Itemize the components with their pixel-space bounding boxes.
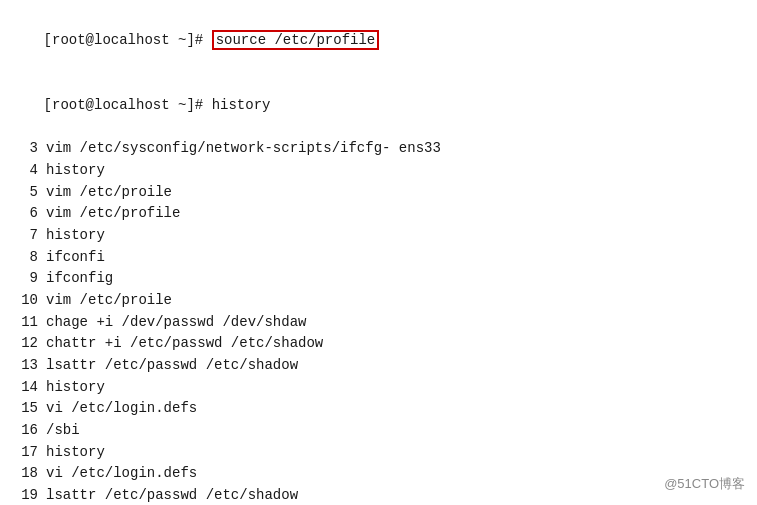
line-number: 7 xyxy=(10,225,38,247)
highlighted-command: source /etc/profile xyxy=(212,30,380,50)
line-number: 11 xyxy=(10,312,38,334)
line-number: 10 xyxy=(10,290,38,312)
command-text: vi /etc/login.defs xyxy=(46,398,197,420)
line-number: 5 xyxy=(10,182,38,204)
watermark: @51CTO博客 xyxy=(664,475,745,493)
history-entry: 7history xyxy=(10,225,747,247)
command-text: vim /etc/proile xyxy=(46,182,172,204)
line-number: 17 xyxy=(10,442,38,464)
command-text: history xyxy=(46,160,105,182)
history-entry: 15vi /etc/login.defs xyxy=(10,398,747,420)
command-text: vim /etc/proile xyxy=(46,290,172,312)
command-text: lsattr /etc/passwd /etc/shadow xyxy=(46,355,298,377)
line-number: 18 xyxy=(10,463,38,485)
line-number: 13 xyxy=(10,355,38,377)
line-number: 3 xyxy=(10,138,38,160)
history-entry: 5vim /etc/proile xyxy=(10,182,747,204)
terminal: [root@localhost ~]# source /etc/profile … xyxy=(0,0,757,505)
history-entry: 16/sbi xyxy=(10,420,747,442)
history-entry: 19lsattr /etc/passwd /etc/shadow xyxy=(10,485,747,505)
prompt2: [root@localhost ~]# history xyxy=(44,97,271,113)
history-entry: 8ifconfi xyxy=(10,247,747,269)
line-number: 9 xyxy=(10,268,38,290)
command-text: history xyxy=(46,225,105,247)
history-entry: 6vim /etc/profile xyxy=(10,203,747,225)
line-number: 14 xyxy=(10,377,38,399)
prompt1: [root@localhost ~]# xyxy=(44,32,212,48)
command-text: ifconfig xyxy=(46,268,113,290)
history-entry: 14history xyxy=(10,377,747,399)
command-text: vi /etc/login.defs xyxy=(46,463,197,485)
history-entry: 13lsattr /etc/passwd /etc/shadow xyxy=(10,355,747,377)
line-number: 15 xyxy=(10,398,38,420)
command-text: history xyxy=(46,442,105,464)
command-text: chattr +i /etc/passwd /etc/shadow xyxy=(46,333,323,355)
history-entry: 17history xyxy=(10,442,747,464)
history-entry: 4history xyxy=(10,160,747,182)
command-text: history xyxy=(46,377,105,399)
history-entry: 18vi /etc/login.defs xyxy=(10,463,747,485)
history-entry: 12chattr +i /etc/passwd /etc/shadow xyxy=(10,333,747,355)
line-number: 8 xyxy=(10,247,38,269)
command-text: ifconfi xyxy=(46,247,105,269)
history-entry: 9ifconfig xyxy=(10,268,747,290)
command-text: vim /etc/sysconfig/network-scripts/ifcfg… xyxy=(46,138,441,160)
line-number: 12 xyxy=(10,333,38,355)
command-text: /sbi xyxy=(46,420,80,442)
command-text: vim /etc/profile xyxy=(46,203,180,225)
line-number: 4 xyxy=(10,160,38,182)
history-entry: 3vim /etc/sysconfig/network-scripts/ifcf… xyxy=(10,138,747,160)
history-list: 3vim /etc/sysconfig/network-scripts/ifcf… xyxy=(10,138,747,505)
line-number: 19 xyxy=(10,485,38,505)
history-command-line: [root@localhost ~]# history xyxy=(10,73,747,138)
command-text: chage +i /dev/passwd /dev/shdaw xyxy=(46,312,306,334)
first-prompt-line: [root@localhost ~]# source /etc/profile xyxy=(10,8,747,73)
history-entry: 11chage +i /dev/passwd /dev/shdaw xyxy=(10,312,747,334)
command-text: lsattr /etc/passwd /etc/shadow xyxy=(46,485,298,505)
history-entry: 10vim /etc/proile xyxy=(10,290,747,312)
line-number: 6 xyxy=(10,203,38,225)
line-number: 16 xyxy=(10,420,38,442)
